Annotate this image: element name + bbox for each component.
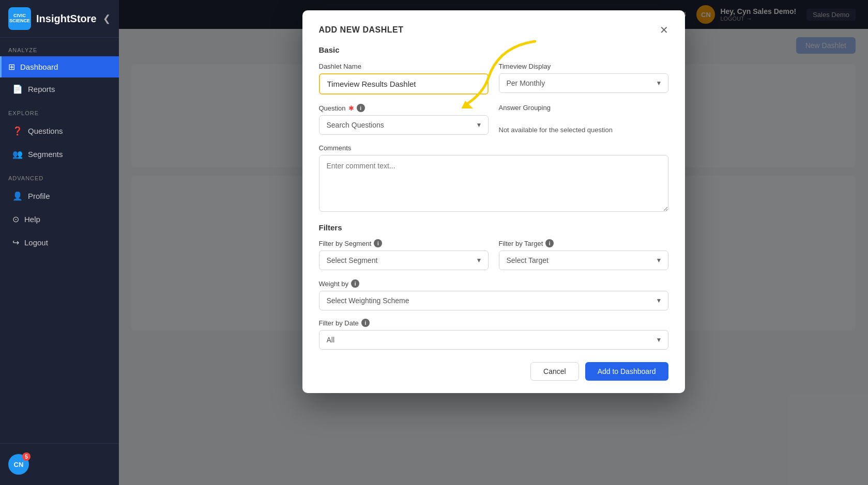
filter-target-label: Filter by Target i [499, 239, 668, 247]
sidebar-label-logout: Logout [24, 238, 48, 247]
filter-date-label: Filter by Date i [319, 319, 668, 327]
explore-section-label: EXPLORE [0, 101, 119, 119]
modal-title: ADD NEW DASHLET [319, 25, 404, 35]
form-row-name-timeview: Dashlet Name Timeview Display Per Monthl… [319, 62, 668, 95]
cancel-button[interactable]: Cancel [530, 362, 579, 381]
filter-segment-select[interactable]: Select Segment [319, 251, 489, 270]
target-select-wrapper: Select Target ▼ [499, 251, 668, 270]
form-row-filters: Filter by Segment i Select Segment ▼ Fil… [319, 239, 668, 270]
sidebar-label-questions: Questions [28, 127, 63, 135]
dashlet-name-input[interactable] [319, 73, 489, 95]
date-select-wrapper: All Last 30 Days Last 90 Days Last Year … [319, 330, 668, 350]
sidebar-label-dashboard: Dashboard [20, 62, 58, 71]
weight-by-label: Weight by i [319, 279, 668, 288]
sidebar-label-profile: Profile [28, 192, 50, 200]
question-info-icon[interactable]: i [357, 104, 365, 112]
answer-grouping-group: Answer Grouping Not available for the se… [499, 104, 668, 135]
answer-grouping-label: Answer Grouping [499, 104, 668, 112]
civic-logo: CIVICSCIENCE [8, 7, 31, 30]
weight-by-select[interactable]: Select Weighting Scheme [319, 291, 668, 310]
question-label: Question ✱ i [319, 104, 489, 112]
filter-segment-group: Filter by Segment i Select Segment ▼ [319, 239, 489, 270]
sidebar-label-segments: Segments [28, 150, 63, 159]
sidebar-bottom: CN 5 [0, 443, 119, 485]
sidebar-item-logout[interactable]: ↪ Logout [4, 232, 115, 253]
filter-target-select[interactable]: Select Target [499, 251, 668, 270]
filter-date-select[interactable]: All Last 30 Days Last 90 Days Last Year … [319, 330, 668, 350]
profile-icon: 👤 [12, 191, 23, 201]
weight-select-wrapper: Select Weighting Scheme ▼ [319, 291, 668, 310]
sidebar-item-reports[interactable]: 📄 Reports [4, 79, 115, 100]
filter-target-group: Filter by Target i Select Target ▼ [499, 239, 668, 270]
filter-date-group: Filter by Date i All Last 30 Days Last 9… [319, 319, 668, 350]
logout-icon: ↪ [12, 238, 19, 247]
modal-overlay: ADD NEW DASHLET ✕ Basic Dashlet Name Tim… [119, 0, 868, 485]
help-icon: ⊙ [12, 214, 19, 224]
sidebar-item-help[interactable]: ⊙ Help [4, 209, 115, 230]
notification-badge: 5 [22, 452, 31, 461]
sidebar-header: CIVICSCIENCE InsightStore ❮ [0, 0, 119, 38]
filters-section-title: Filters [319, 223, 668, 232]
comments-group: Comments [319, 144, 668, 214]
modal-footer: Cancel Add to Dashboard [319, 362, 668, 381]
weight-by-info-icon[interactable]: i [351, 279, 359, 288]
analyze-section-label: ANALYZE [0, 38, 119, 56]
dashboard-icon: ⊞ [8, 62, 15, 72]
sidebar-avatar-area: CN 5 [0, 449, 119, 480]
filter-target-info-icon[interactable]: i [545, 239, 554, 247]
basic-section-title: Basic [319, 45, 668, 54]
question-group: Question ✱ i Search Questions ▼ [319, 104, 489, 135]
required-star: ✱ [348, 104, 354, 112]
weight-by-group: Weight by i Select Weighting Scheme ▼ [319, 279, 668, 310]
sidebar-label-help: Help [24, 215, 40, 224]
segments-icon: 👥 [12, 149, 23, 159]
comments-label: Comments [319, 144, 668, 152]
comments-textarea[interactable] [319, 155, 668, 212]
dashlet-name-group: Dashlet Name [319, 62, 489, 95]
sidebar-label-reports: Reports [28, 85, 55, 93]
form-row-question-answer: Question ✱ i Search Questions ▼ Answer G… [319, 104, 668, 135]
timeview-select-wrapper: Per Monthly Per Weekly Per Daily ▼ [499, 73, 668, 93]
answer-grouping-text: Not available for the selected question [499, 126, 668, 134]
sidebar-item-questions[interactable]: ❓ Questions [4, 120, 115, 142]
timeview-display-label: Timeview Display [499, 62, 668, 70]
sidebar-item-segments[interactable]: 👥 Segments [4, 144, 115, 165]
segment-select-wrapper: Select Segment ▼ [319, 251, 489, 270]
dashlet-name-label: Dashlet Name [319, 62, 489, 70]
reports-icon: 📄 [12, 84, 23, 94]
sidebar: CIVICSCIENCE InsightStore ❮ ANALYZE ⊞ Da… [0, 0, 119, 485]
timeview-display-group: Timeview Display Per Monthly Per Weekly … [499, 62, 668, 95]
modal-header: ADD NEW DASHLET ✕ [319, 25, 668, 35]
main-content: Men 18-34 Women 18-34 CN Hey, Cyn Sales … [119, 0, 868, 485]
filter-segment-info-icon[interactable]: i [374, 239, 382, 247]
filter-date-info-icon[interactable]: i [361, 319, 370, 327]
filter-segment-label: Filter by Segment i [319, 239, 489, 247]
collapse-button[interactable]: ❮ [103, 13, 111, 24]
avatar[interactable]: CN 5 [8, 454, 29, 475]
question-select-wrapper: Search Questions ▼ [319, 115, 489, 135]
sidebar-item-dashboard[interactable]: ⊞ Dashboard [0, 56, 119, 77]
advanced-section-label: ADVANCED [0, 166, 119, 184]
timeview-display-select[interactable]: Per Monthly Per Weekly Per Daily [499, 73, 668, 93]
modal: ADD NEW DASHLET ✕ Basic Dashlet Name Tim… [302, 10, 685, 393]
add-to-dashboard-button[interactable]: Add to Dashboard [585, 362, 668, 381]
questions-icon: ❓ [12, 126, 23, 136]
close-button[interactable]: ✕ [660, 25, 668, 35]
app-name: InsightStore [36, 13, 97, 25]
sidebar-item-profile[interactable]: 👤 Profile [4, 185, 115, 207]
question-select[interactable]: Search Questions [319, 115, 489, 135]
